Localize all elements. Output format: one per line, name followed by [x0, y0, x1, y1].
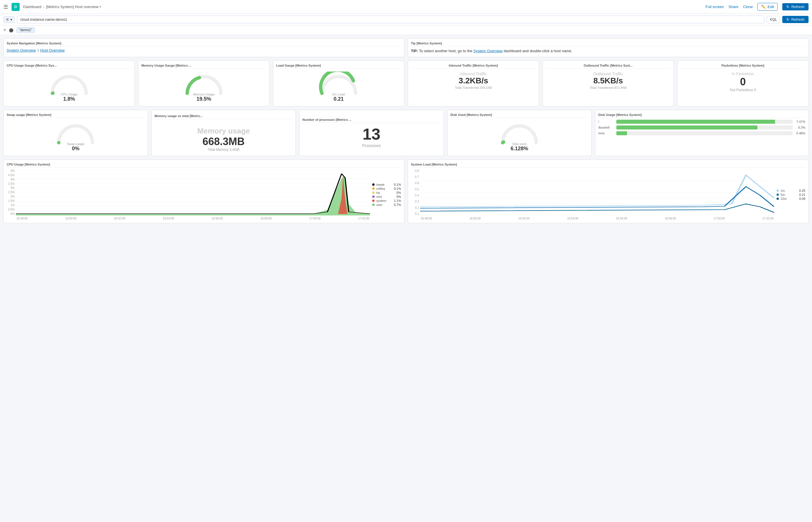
disk-used-gauge-svg: [499, 121, 540, 144]
host-overview-link[interactable]: Host Overview: [40, 48, 65, 53]
disk-bar-fill-mnt: [616, 131, 627, 135]
disk-bar-fill-boot: [616, 125, 757, 129]
disk-bar-row-root: / 7.47%: [598, 120, 805, 124]
disk-used-value: 6.128%: [511, 146, 528, 152]
filter-input[interactable]: [17, 16, 765, 23]
tip-suffix: dashboard and double-click a host name.: [503, 49, 572, 53]
mem-vs-total-title: Memory usage vs total [Metric...: [155, 114, 293, 119]
suggestion-tag[interactable]: "demo1": [17, 27, 35, 33]
legend-user: user 0.7%: [372, 203, 401, 206]
mem-vs-total-value: 668.3MB: [202, 136, 245, 148]
cpu-chart-area: 16:48:00 16:50:00 16:52:00 16:54:00 16:5…: [16, 169, 370, 220]
in-packetloss-label: In Packetloss: [680, 72, 805, 76]
system-load-legend-list: 1m 0.25 5m 0.21 15m 0.09: [776, 189, 805, 200]
svg-marker-11: [16, 177, 370, 216]
load-gauge-svg: [319, 72, 359, 95]
inbound-sub: Total Transferred 259.1KB: [411, 86, 536, 89]
mem-gauge-label: Memory Usage: [193, 93, 215, 96]
disk-used-panel: Disk Used [Metrics System] Disk used 6.1…: [447, 110, 592, 156]
mem-gauge-value: 19.5%: [197, 96, 211, 102]
nav-tip-row: System Navigation [Metrics System] Syste…: [3, 38, 809, 57]
outbound-main-label: Outbound Traffic: [546, 72, 671, 76]
system-load-with-yaxis: 0.1 0.2 0.3 0.4 0.5 0.6 0.7 0.8: [411, 169, 774, 220]
menu-icon[interactable]: ☰: [3, 4, 8, 10]
share-link[interactable]: Share: [728, 5, 738, 9]
dashboard-label: Dashboard: [23, 5, 42, 9]
legend-irq: irq 0%: [372, 191, 401, 194]
mem-gauge-title: Memory Usage Gauge [Metrics ...: [141, 64, 266, 68]
processes-value: 13: [362, 125, 380, 143]
disk-bar-track-boot: [616, 125, 793, 129]
swap-gauge-label: Swap usage: [67, 142, 84, 146]
nav-links: System Overview | Host Overview: [7, 48, 401, 53]
packetloss-title: Packetloss [Metrics System]: [680, 64, 805, 68]
charts-row: CPU Usage [Metrics System] 0% 0.5% 1% 1.…: [3, 160, 809, 223]
swap-gauge-container: Swap usage 0%: [7, 120, 145, 153]
system-load-inner: 0.1 0.2 0.3 0.4 0.5 0.6 0.7 0.8: [411, 169, 805, 220]
softirq-dot: [372, 187, 375, 190]
breadcrumb-sep: ›: [43, 5, 44, 9]
out-packetloss: Out Packetloss 0: [680, 88, 805, 92]
cpu-gauge-label: CPU Usage: [61, 93, 77, 96]
cpu-gauge-value: 1.8%: [63, 96, 75, 102]
filter-refresh-label: Refresh: [791, 17, 805, 22]
disk-bar-pct-mnt: 0.48%: [795, 132, 805, 135]
legend-iowait: iowait 0.1%: [372, 183, 401, 186]
cpu-x-axis: 16:48:00 16:50:00 16:52:00 16:54:00 16:5…: [16, 217, 370, 220]
filter-tag[interactable]: ⊞ ▾: [3, 16, 15, 23]
disk-bar-row-boot: /boot/efi 6.3%: [598, 125, 805, 129]
mem-gauge-svg: [184, 72, 224, 95]
refresh-button[interactable]: ↻ Refresh: [782, 3, 809, 11]
filter-refresh-icon: ↻: [786, 17, 790, 22]
tip-link[interactable]: System Overview: [474, 49, 503, 53]
disk-used-title: Disk Used [Metrics System]: [451, 113, 589, 118]
cpu-gauge-title: CPU Usage Gauge [Metrics Sys...: [7, 64, 132, 68]
filter-refresh-button[interactable]: ↻ Refresh: [782, 16, 809, 23]
disk-bar-track-root: [616, 120, 793, 124]
edit-button[interactable]: ✏️ Edit: [757, 3, 778, 11]
cpu-chart-inner: 0% 0.5% 1% 1.5% 2% 2.5% 3% 3.5% 4% 4.5% …: [7, 169, 401, 220]
filter-tag-label: ▾: [11, 18, 12, 22]
outbound-sub: Total Transferred 872.4KB: [546, 86, 671, 89]
15m-dot: [776, 198, 779, 200]
disk-usage-title: Disk Usage [Metrics System]: [598, 113, 805, 118]
nav-panel-title: System Navigation [Metrics System]: [7, 42, 401, 46]
inbound-traffic-panel: Inbound Traffic [Metrics System] Inbound…: [408, 61, 539, 107]
top-nav: ☰ D Dashboard › [Metrics System] Host ov…: [0, 0, 812, 14]
disk-bar-pct-boot: 6.3%: [795, 126, 805, 129]
disk-bar-fill-root: [616, 120, 775, 124]
mem-vs-total-sub: Total Memory 3.4GB: [208, 148, 239, 152]
second-row: Swap usage [Metrics System] Swap usage 0…: [3, 110, 809, 156]
cpu-legend: iowait 0.1% softirq 0.1% irq 0%: [372, 169, 401, 220]
suggestion-row: + ⬤ "demo1": [0, 25, 812, 35]
load-gauge-title: Load Gauge [Metrics System]: [276, 64, 401, 68]
swap-gauge-panel: Swap usage [Metrics System] Swap usage 0…: [3, 110, 148, 156]
toggle-icon: ⬤: [9, 28, 14, 32]
iowait-dot: [372, 183, 375, 186]
system-load-panel: System Load [Metrics System] 0.1 0.2 0.3…: [408, 160, 809, 223]
nav-link-sep: |: [38, 48, 38, 53]
refresh-label: Refresh: [791, 5, 805, 9]
inbound-title: Inbound Traffic [Metrics System]: [411, 64, 536, 68]
tip-prefix: TIP:: [411, 49, 418, 53]
disk-bar-track-mnt: [616, 131, 793, 135]
fullscreen-link[interactable]: Full screen: [706, 5, 724, 9]
5m-dot: [776, 194, 779, 196]
cpu-chart-title: CPU Usage [Metrics System]: [7, 163, 401, 167]
gauges-row: CPU Usage Gauge [Metrics Sys... CPU Usag…: [3, 61, 809, 107]
edit-label: Edit: [768, 5, 774, 9]
system-overview-link[interactable]: System Overview: [7, 48, 36, 53]
kql-button[interactable]: KQL: [767, 16, 780, 23]
system-load-title: System Load [Metrics System]: [411, 163, 805, 167]
clone-link[interactable]: Clone: [743, 5, 753, 9]
filter-icon: ⊞: [6, 18, 9, 21]
processes-panel: Number of processes [Metrics ... 13 Proc…: [299, 110, 444, 156]
dashboard-title-text: [Metrics System] Host overview: [46, 5, 98, 9]
nice-dot: [372, 196, 375, 198]
dashboard-title: [Metrics System] Host overview ▾: [46, 5, 101, 9]
plus-button[interactable]: +: [3, 27, 6, 33]
system-load-svg: [420, 169, 774, 216]
1m-dot: [776, 189, 779, 192]
cpu-gauge-container: CPU Usage 1.8%: [7, 71, 132, 103]
avatar: D: [12, 3, 20, 11]
